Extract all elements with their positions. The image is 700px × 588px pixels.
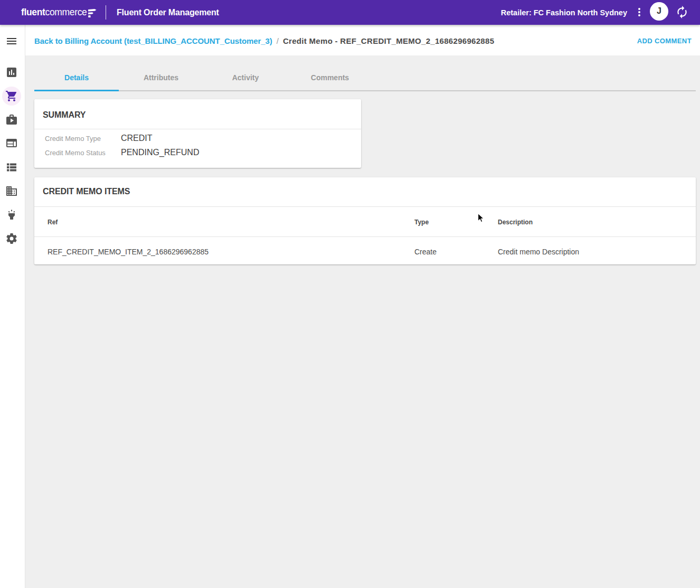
main-content: Details Attributes Activity Comments SUM…: [25, 55, 700, 588]
logo-text-fluent: fluent: [21, 7, 45, 18]
field-value: PENDING_REFUND: [121, 148, 199, 157]
fluent-logo-mark-icon: [88, 9, 97, 17]
breadcrumb-back-link[interactable]: Back to Billing Account (test_BILLING_AC…: [34, 36, 272, 45]
retailer-label: Retailer: FC Fashion North Sydney: [501, 0, 627, 25]
torch-icon: [5, 208, 18, 221]
gear-icon: [5, 232, 18, 245]
sidebar-item-locations[interactable]: [5, 185, 18, 197]
card-panel-icon: [5, 137, 18, 149]
field-label: Credit Memo Status: [45, 146, 121, 160]
cell-ref: REF_CREDIT_MEMO_ITEM_2_1686296962885: [34, 248, 414, 256]
cell-type: Create: [414, 248, 498, 256]
add-comment-button[interactable]: ADD COMMENT: [637, 37, 692, 45]
sidebar-item-orders[interactable]: [5, 90, 18, 102]
fluent-commerce-logo: fluentcommerce: [21, 0, 97, 25]
table-row[interactable]: REF_CREDIT_MEMO_ITEM_2_1686296962885 Cre…: [34, 237, 696, 264]
app-title: Fluent Order Management: [117, 0, 219, 25]
tab-details[interactable]: Details: [34, 55, 119, 90]
poll-icon: [5, 66, 18, 79]
column-header-description: Description: [498, 219, 696, 226]
list-icon: [5, 161, 18, 174]
building-icon: [5, 185, 18, 197]
credit-memo-items-card: CREDIT MEMO ITEMS Ref Type Description R…: [34, 177, 696, 264]
breadcrumb-separator: /: [272, 36, 283, 45]
menu-icon[interactable]: [5, 35, 18, 48]
field-value: CREDIT: [121, 134, 153, 143]
breadcrumb: Back to Billing Account (test_BILLING_AC…: [34, 36, 494, 45]
app-bar: fluentcommerce Fluent Order Management R…: [0, 0, 700, 25]
user-avatar[interactable]: J: [650, 2, 668, 21]
sidebar-item-analytics[interactable]: [5, 66, 18, 79]
sidebar-item-lists[interactable]: [5, 161, 18, 174]
briefcase-play-icon: [5, 113, 18, 126]
breadcrumb-bar: Back to Billing Account (test_BILLING_AC…: [25, 25, 700, 55]
cart-icon: [5, 90, 18, 102]
logo-text-commerce: commerce: [45, 7, 87, 18]
sidebar: [0, 25, 25, 588]
summary-title: SUMMARY: [43, 110, 86, 120]
sidebar-item-products[interactable]: [5, 113, 18, 126]
more-options-icon[interactable]: [633, 6, 646, 18]
tab-comments[interactable]: Comments: [288, 55, 372, 90]
sidebar-item-settings[interactable]: [5, 232, 18, 245]
field-credit-memo-status: Credit Memo StatusPENDING_REFUND: [45, 145, 353, 159]
cell-description: Credit memo Description: [498, 248, 696, 256]
items-card-title: CREDIT MEMO ITEMS: [43, 187, 130, 196]
tab-bar: Details Attributes Activity Comments: [34, 55, 696, 91]
sidebar-item-insights[interactable]: [5, 208, 18, 221]
tabs-baseline: [34, 90, 696, 92]
field-credit-memo-type: Credit Memo TypeCREDIT: [45, 131, 353, 145]
column-header-type: Type: [414, 219, 498, 226]
column-header-ref: Ref: [34, 219, 414, 226]
tab-attributes[interactable]: Attributes: [119, 55, 203, 90]
appbar-divider: [106, 5, 106, 20]
sync-icon[interactable]: [675, 5, 689, 19]
field-label: Credit Memo Type: [45, 131, 121, 146]
summary-card: SUMMARY Credit Memo TypeCREDIT Credit Me…: [34, 99, 361, 168]
breadcrumb-current: Credit Memo - REF_CREDIT_MEMO_2_16862969…: [283, 36, 494, 45]
sidebar-item-payments[interactable]: [5, 137, 18, 149]
tab-activity[interactable]: Activity: [203, 55, 288, 90]
active-tab-underline: [34, 90, 119, 91]
table-header-row: Ref Type Description: [34, 207, 696, 237]
